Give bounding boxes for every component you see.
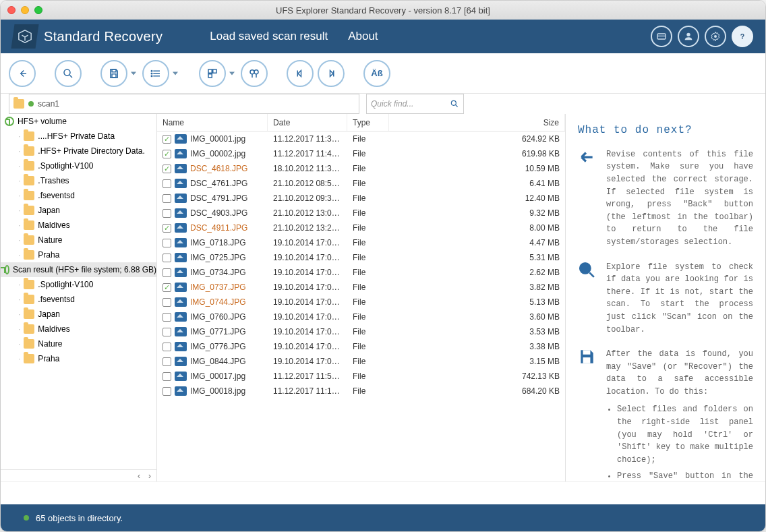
view-mode-button[interactable] (199, 60, 226, 87)
file-row[interactable]: DSC_4761.JPG21.10.2012 08:53:00File6.41 … (157, 176, 565, 191)
folder-icon (24, 309, 34, 319)
search-icon[interactable] (450, 99, 459, 109)
save-disk-icon (578, 348, 597, 481)
quick-find-placeholder: Quick find... (371, 99, 413, 109)
zoom-window-button[interactable] (34, 6, 42, 14)
file-row[interactable]: DSC_4911.JPG21.10.2012 13:27:14File8.00 … (157, 220, 565, 235)
file-checkbox[interactable] (163, 165, 171, 173)
tree-item[interactable]: ·.Spotlight-V100 (1, 277, 156, 292)
settings-icon[interactable] (705, 26, 726, 47)
image-file-icon (175, 357, 187, 366)
file-row[interactable]: IMG_0734.JPG19.10.2014 17:06:16File2.62 … (157, 265, 565, 280)
file-row[interactable]: IMG_0718.JPG19.10.2014 17:06:12File4.47 … (157, 235, 565, 250)
tree-item[interactable]: Scan result (HFS+ file system; 6.88 GB) (1, 262, 156, 277)
svg-marker-27 (298, 70, 301, 76)
file-checkbox[interactable] (163, 179, 171, 188)
encoding-button[interactable]: Äß (363, 60, 390, 87)
svg-rect-10 (112, 73, 116, 77)
file-checkbox[interactable] (163, 209, 171, 218)
col-date[interactable]: Date (268, 114, 347, 131)
file-row[interactable]: IMG_0744.JPG19.10.2014 17:06:20File5.13 … (157, 295, 565, 309)
file-checkbox[interactable] (163, 283, 171, 292)
file-row[interactable]: IMG_00018.jpg11.12.2017 11:19:31File684.… (157, 384, 565, 398)
tree-item[interactable]: ·.Spotlight-V100 (1, 158, 156, 173)
menu-about[interactable]: About (348, 30, 378, 43)
file-checkbox[interactable] (163, 150, 171, 158)
file-row[interactable]: IMG_0737.JPG19.10.2014 17:06:18File3.82 … (157, 280, 565, 295)
file-row[interactable]: IMG_0725.JPG19.10.2014 17:06:14File5.31 … (157, 250, 565, 265)
file-row[interactable]: IMG_00001.jpg11.12.2017 11:36:55File624.… (157, 131, 565, 146)
brand: Standard Recovery (13, 24, 163, 49)
menu-load-saved[interactable]: Load saved scan result (210, 30, 328, 43)
file-row[interactable]: DSC_4791.JPG21.10.2012 09:38:06File12.40… (157, 191, 565, 206)
breadcrumb[interactable]: scan1 (9, 94, 359, 114)
file-row[interactable]: IMG_0776.JPG19.10.2014 17:06:32File3.38 … (157, 339, 565, 354)
tree-item[interactable]: ·Praha (1, 351, 156, 366)
col-name[interactable]: Name (157, 114, 268, 131)
svg-point-3 (686, 33, 690, 36)
close-window-button[interactable] (7, 6, 16, 14)
tree-item[interactable]: ·Japan (1, 307, 156, 322)
save-dropdown[interactable] (129, 60, 138, 87)
save-button[interactable] (100, 60, 127, 87)
status-bar: 65 objects in directory. (1, 504, 765, 531)
user-icon[interactable] (678, 26, 699, 47)
tree-item[interactable]: ·Nature (1, 233, 156, 247)
minimize-window-button[interactable] (21, 6, 29, 14)
file-checkbox[interactable] (163, 313, 171, 322)
next-button[interactable] (318, 60, 345, 87)
svg-point-15 (151, 70, 152, 71)
tree-item[interactable]: ·.fseventsd (1, 188, 156, 203)
column-headers[interactable]: Name Date Type Size (157, 114, 565, 131)
arrow-left-icon (578, 148, 597, 249)
svg-rect-36 (583, 357, 591, 363)
list-dropdown[interactable] (171, 60, 180, 87)
file-checkbox[interactable] (163, 328, 171, 336)
tree-item[interactable]: ·.fseventsd (1, 292, 156, 307)
help-icon[interactable]: ? (732, 26, 753, 47)
col-size[interactable]: Size (389, 114, 565, 131)
file-checkbox[interactable] (163, 268, 171, 277)
quick-find-input[interactable]: Quick find... (366, 94, 464, 114)
list-options-button[interactable] (142, 60, 169, 87)
image-file-icon (175, 149, 187, 158)
col-type[interactable]: Type (347, 114, 389, 131)
tree-item[interactable]: ·Maldives (1, 322, 156, 336)
file-checkbox[interactable] (163, 224, 171, 233)
scan-button[interactable] (55, 60, 82, 87)
tree-item[interactable]: ·Maldives (1, 218, 156, 233)
tree-item[interactable]: ·....HFS+ Private Data (1, 129, 156, 144)
file-checkbox[interactable] (163, 357, 171, 366)
volume-icon (5, 265, 9, 274)
view-dropdown[interactable] (227, 60, 237, 87)
file-row[interactable]: IMG_00002.jpg11.12.2017 11:42:22File619.… (157, 146, 565, 161)
image-file-icon (175, 179, 187, 188)
tree-item[interactable]: ·Nature (1, 336, 156, 351)
tree-scrollbar[interactable]: ‹› (1, 469, 156, 481)
file-checkbox[interactable] (163, 372, 171, 381)
svg-point-16 (151, 73, 152, 74)
file-checkbox[interactable] (163, 254, 171, 262)
tree-item[interactable]: ·Praha (1, 247, 156, 262)
file-checkbox[interactable] (163, 387, 171, 396)
file-checkbox[interactable] (163, 298, 171, 307)
tree-item[interactable]: HFS+ volume (1, 114, 156, 129)
file-row[interactable]: IMG_0844.JPG19.10.2014 17:06:50File3.15 … (157, 354, 565, 369)
folder-icon (24, 191, 34, 200)
prev-button[interactable] (287, 60, 314, 87)
tree-item[interactable]: ·.Trashes (1, 173, 156, 188)
file-checkbox[interactable] (163, 135, 171, 144)
file-row[interactable]: IMG_00017.jpg11.12.2017 11:52:14File742.… (157, 369, 565, 384)
card-icon[interactable] (651, 26, 672, 47)
tree-item[interactable]: ·Japan (1, 203, 156, 218)
file-checkbox[interactable] (163, 239, 171, 247)
file-row[interactable]: IMG_0760.JPG19.10.2014 17:06:26File3.60 … (157, 309, 565, 324)
file-checkbox[interactable] (163, 343, 171, 351)
find-button[interactable] (241, 60, 268, 87)
file-row[interactable]: DSC_4618.JPG18.10.2012 11:35:50File10.59… (157, 161, 565, 176)
file-checkbox[interactable] (163, 194, 171, 203)
tree-item[interactable]: ·.HFS+ Private Directory Data. (1, 144, 156, 158)
file-row[interactable]: DSC_4903.JPG21.10.2012 13:01:06File9.32 … (157, 206, 565, 220)
file-row[interactable]: IMG_0771.JPG19.10.2014 17:06:32File3.53 … (157, 324, 565, 339)
back-button[interactable] (9, 60, 36, 87)
